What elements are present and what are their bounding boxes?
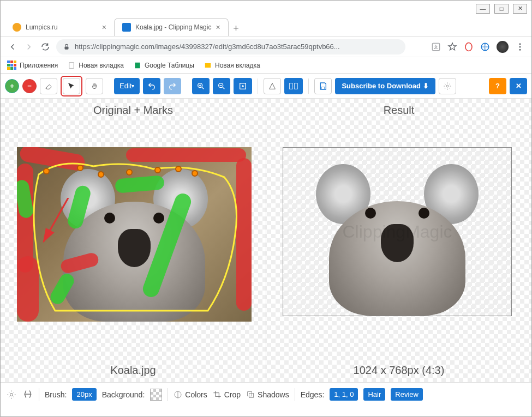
opera-icon[interactable] xyxy=(464,42,474,52)
bg-toggle-button[interactable] xyxy=(264,78,281,94)
subscribe-download-button[interactable]: Subscribe to Download ⬇ xyxy=(335,78,435,94)
dimensions-label: 1024 x 768px (4:3) xyxy=(266,364,531,377)
pane-title: Result xyxy=(266,99,531,120)
browser-tab-clippingmagic[interactable]: Koala.jpg - Clipping Magic × xyxy=(114,18,229,36)
translate-icon[interactable]: 文 xyxy=(431,42,441,52)
window-maximize-button[interactable]: □ xyxy=(494,4,509,14)
colors-button[interactable]: Colors xyxy=(174,390,207,399)
tab-close-icon[interactable]: × xyxy=(216,23,220,32)
shadows-button[interactable]: Shadows xyxy=(246,390,289,399)
auto-clip-button[interactable] xyxy=(22,389,33,400)
favicon-icon xyxy=(122,23,131,32)
result-pane: Result ClippingMagic 1024 x 768px (4:3) xyxy=(266,99,531,382)
remove-mark-tool[interactable]: − xyxy=(22,79,37,93)
bookmarks-bar: Приложения Новая вкладка Google Таблицы … xyxy=(1,57,531,74)
shadows-icon xyxy=(246,390,255,399)
svg-rect-20 xyxy=(248,391,252,396)
bookmark-label: Google Таблицы xyxy=(145,62,194,69)
globe-icon[interactable] xyxy=(480,42,490,52)
edges-value-button[interactable]: 1, 1, 0 xyxy=(330,388,358,401)
lock-icon xyxy=(63,43,70,51)
browser-tab-lumpics[interactable]: Lumpics.ru × xyxy=(5,19,114,36)
svg-point-3 xyxy=(465,43,472,51)
app-toolbar: + − Edit ▾ Subscribe to Download ⬇ ? ✕ xyxy=(1,74,531,99)
tab-close-icon[interactable]: × xyxy=(102,23,106,32)
hair-button[interactable]: Hair xyxy=(363,388,385,401)
help-button[interactable]: ? xyxy=(489,78,506,94)
svg-rect-14 xyxy=(290,83,293,89)
window-minimize-button[interactable]: — xyxy=(476,4,490,14)
crop-icon xyxy=(213,390,222,399)
callout-arrow-icon xyxy=(35,198,79,258)
background-swatch-button[interactable] xyxy=(150,389,162,401)
favicon-icon xyxy=(13,23,21,32)
svg-rect-9 xyxy=(135,62,140,68)
image-icon xyxy=(204,62,212,69)
keep-mark-tool[interactable]: + xyxy=(5,79,19,93)
url-text: https://clippingmagic.com/images/4399832… xyxy=(75,43,340,51)
background-label: Background: xyxy=(102,390,145,399)
pan-tool[interactable] xyxy=(86,78,103,94)
browser-tabs: Lumpics.ru × Koala.jpg - Clipping Magic … xyxy=(1,17,531,37)
svg-point-5 xyxy=(519,43,521,45)
crop-button[interactable]: Crop xyxy=(213,390,241,399)
undo-button[interactable] xyxy=(143,78,160,94)
close-editor-button[interactable]: ✕ xyxy=(510,78,527,94)
svg-point-18 xyxy=(10,393,13,396)
address-bar: https://clippingmagic.com/images/4399832… xyxy=(1,37,531,57)
bookmark-label: Новая вкладка xyxy=(215,62,260,69)
download-icon: ⬇ xyxy=(423,82,429,90)
colors-icon xyxy=(174,390,182,399)
bookmark-item[interactable]: Google Таблицы xyxy=(134,62,194,69)
bookmark-label: Новая вкладка xyxy=(79,62,124,69)
url-input[interactable]: https://clippingmagic.com/images/4399832… xyxy=(56,39,405,55)
original-pane: Original + Marks xyxy=(1,99,266,382)
bookmark-item[interactable]: Новая вкладка xyxy=(204,62,260,69)
bottom-toolbar: Brush: 20px Background: Colors Crop Shad… xyxy=(1,382,531,406)
svg-rect-0 xyxy=(65,46,69,49)
pane-title: Original + Marks xyxy=(1,99,266,120)
bookmark-label: Приложения xyxy=(20,62,58,69)
svg-rect-21 xyxy=(249,393,253,397)
forward-button[interactable] xyxy=(23,41,34,52)
reload-button[interactable] xyxy=(40,41,51,52)
brush-label: Brush: xyxy=(45,390,67,399)
avatar-icon[interactable] xyxy=(497,41,509,53)
review-button[interactable]: Review xyxy=(391,388,423,401)
save-button[interactable] xyxy=(314,78,332,94)
redo-button[interactable] xyxy=(164,78,181,94)
sheets-icon xyxy=(134,62,141,69)
svg-point-7 xyxy=(519,49,521,50)
brush-size-button[interactable]: 20px xyxy=(72,388,96,401)
window-titlebar: — □ ✕ xyxy=(1,1,531,17)
compare-toggle-button[interactable] xyxy=(284,78,303,94)
new-tab-button[interactable]: + xyxy=(229,21,244,36)
page-icon xyxy=(68,62,75,69)
svg-rect-15 xyxy=(295,83,298,89)
star-icon[interactable] xyxy=(447,42,457,52)
scalpel-tool-highlight xyxy=(61,76,82,96)
svg-rect-16 xyxy=(322,87,325,89)
tab-title: Koala.jpg - Clipping Magic xyxy=(135,23,211,31)
filename-label: Koala.jpg xyxy=(1,364,266,377)
apps-button[interactable]: Приложения xyxy=(7,61,58,70)
tab-title: Lumpics.ru xyxy=(26,23,58,31)
workspace: Original + Marks xyxy=(1,99,531,382)
fit-button[interactable] xyxy=(234,78,252,94)
svg-rect-8 xyxy=(69,62,74,68)
apps-icon xyxy=(7,61,16,70)
zoom-in-button[interactable] xyxy=(192,78,210,94)
bookmark-item[interactable]: Новая вкладка xyxy=(68,62,124,69)
window-close-button[interactable]: ✕ xyxy=(513,4,527,14)
scalpel-tool[interactable] xyxy=(63,78,80,94)
svg-text:文: 文 xyxy=(434,45,438,50)
back-button[interactable] xyxy=(7,41,18,52)
preferences-button[interactable] xyxy=(6,389,17,400)
menu-icon[interactable] xyxy=(515,42,525,52)
settings-button[interactable] xyxy=(439,78,456,94)
svg-point-17 xyxy=(446,85,449,87)
edit-dropdown[interactable]: Edit ▾ xyxy=(114,78,140,94)
zoom-out-button[interactable] xyxy=(213,78,230,94)
eraser-tool[interactable] xyxy=(40,78,57,94)
result-canvas[interactable]: ClippingMagic xyxy=(266,120,531,382)
